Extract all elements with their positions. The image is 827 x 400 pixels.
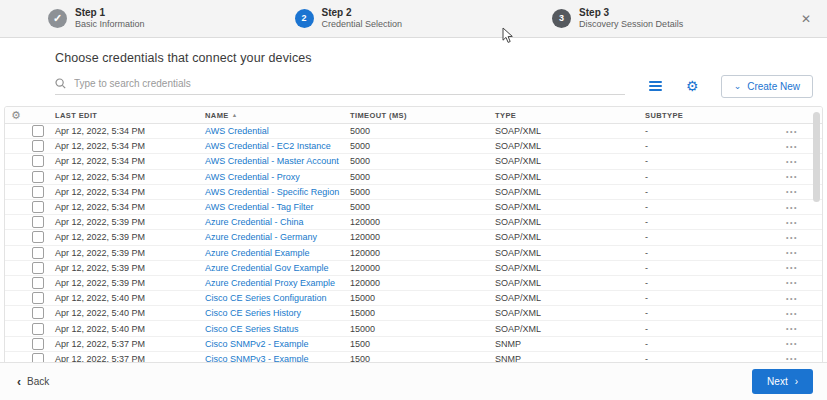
row-actions-icon[interactable]: •••: [776, 204, 822, 211]
step-1-label: Step 1: [75, 7, 145, 19]
row-checkbox[interactable]: [32, 307, 44, 319]
column-header-subtype[interactable]: SUBTYPE: [639, 111, 776, 120]
type-cell: SOAP/XML: [489, 126, 639, 136]
table-row: Apr 12, 2022, 5:34 PM AWS Credential - S…: [5, 185, 822, 200]
step-2-label: Step 2: [322, 7, 403, 19]
credential-name-link[interactable]: AWS Credential - EC2 Instance: [205, 141, 331, 151]
credential-name-link[interactable]: Azure Credential Example: [205, 248, 310, 258]
row-checkbox[interactable]: [32, 216, 44, 228]
table-header-row: ⚙ LAST EDIT NAME ▲ TIMEOUT (MS) TYPE SUB…: [5, 107, 822, 124]
row-actions-icon[interactable]: •••: [776, 310, 822, 317]
timeout-cell: 5000: [344, 141, 489, 151]
credential-name-link[interactable]: Azure Credential Gov Example: [205, 263, 329, 273]
row-checkbox[interactable]: [32, 277, 44, 289]
type-cell: SOAP/XML: [489, 308, 639, 318]
row-checkbox[interactable]: [32, 140, 44, 152]
row-actions-icon[interactable]: •••: [776, 279, 822, 286]
subtype-cell: -: [639, 248, 776, 258]
timeout-cell: 5000: [344, 202, 489, 212]
search-box: [55, 78, 625, 95]
table-row: Apr 12, 2022, 5:34 PM AWS Credential - M…: [5, 154, 822, 169]
next-button[interactable]: Next ›: [752, 369, 813, 394]
chevron-down-icon: ⌄: [734, 82, 742, 91]
row-actions-icon[interactable]: •••: [776, 340, 822, 347]
credential-name-link[interactable]: Cisco SNMPv2 - Example: [205, 339, 309, 349]
step-3-discovery-session-details[interactable]: 3 Step 3 Discovery Session Details: [552, 7, 683, 30]
row-checkbox[interactable]: [32, 186, 44, 198]
row-actions-icon[interactable]: •••: [776, 234, 822, 241]
subtype-cell: -: [639, 156, 776, 166]
credential-name-link[interactable]: AWS Credential: [205, 126, 269, 136]
credential-name-link[interactable]: Cisco CE Series History: [205, 308, 301, 318]
table-row: Apr 12, 2022, 5:39 PM Azure Credential -…: [5, 230, 822, 245]
step-1-basic-information[interactable]: ✓ Step 1 Basic Information: [48, 7, 145, 30]
table-row: Apr 12, 2022, 5:37 PM Cisco SNMPv2 - Exa…: [5, 337, 822, 352]
subtype-cell: -: [639, 172, 776, 182]
row-checkbox[interactable]: [32, 247, 44, 259]
credential-name-link[interactable]: Azure Credential - China: [205, 217, 304, 227]
create-new-button[interactable]: ⌄ Create New: [721, 75, 813, 98]
row-actions-icon[interactable]: •••: [776, 295, 822, 302]
column-header-last-edit[interactable]: LAST EDIT: [49, 111, 199, 120]
last-edit-cell: Apr 12, 2022, 5:39 PM: [49, 232, 199, 242]
credential-name-link[interactable]: AWS Credential - Tag Filter: [205, 202, 314, 212]
credential-name-link[interactable]: Cisco CE Series Status: [205, 324, 299, 334]
row-checkbox[interactable]: [32, 171, 44, 183]
back-button[interactable]: ‹ Back: [17, 376, 49, 388]
timeout-cell: 5000: [344, 126, 489, 136]
credential-name-link[interactable]: AWS Credential - Master Account: [205, 156, 339, 166]
timeout-cell: 120000: [344, 263, 489, 273]
wizard-footer: ‹ Back Next ›: [0, 362, 827, 400]
list-view-icon[interactable]: [647, 79, 664, 93]
search-input[interactable]: [74, 78, 625, 89]
row-checkbox[interactable]: [32, 338, 44, 350]
timeout-cell: 15000: [344, 293, 489, 303]
table-row: Apr 12, 2022, 5:39 PM Azure Credential P…: [5, 276, 822, 291]
row-checkbox[interactable]: [32, 125, 44, 137]
row-checkbox[interactable]: [32, 201, 44, 213]
credential-name-link[interactable]: Azure Credential - Germany: [205, 232, 317, 242]
chevron-left-icon: ‹: [17, 376, 21, 388]
row-checkbox[interactable]: [32, 323, 44, 335]
credential-name-link[interactable]: AWS Credential - Proxy: [205, 172, 300, 182]
credential-name-link[interactable]: AWS Credential - Specific Region: [205, 187, 339, 197]
timeout-cell: 5000: [344, 187, 489, 197]
table-row: Apr 12, 2022, 5:34 PM AWS Credential 500…: [5, 124, 822, 139]
last-edit-cell: Apr 12, 2022, 5:34 PM: [49, 156, 199, 166]
vertical-scrollbar[interactable]: [813, 112, 820, 202]
row-checkbox[interactable]: [32, 262, 44, 274]
type-cell: SOAP/XML: [489, 217, 639, 227]
table-row: Apr 12, 2022, 5:40 PM Cisco CE Series St…: [5, 321, 822, 336]
column-header-name[interactable]: NAME ▲: [199, 111, 344, 120]
column-header-type[interactable]: TYPE: [489, 111, 639, 120]
table-row: Apr 12, 2022, 5:40 PM Cisco CE Series Hi…: [5, 306, 822, 321]
credential-name-link[interactable]: Azure Credential Proxy Example: [205, 278, 335, 288]
row-checkbox[interactable]: [32, 231, 44, 243]
type-cell: SOAP/XML: [489, 263, 639, 273]
step-2-credential-selection[interactable]: 2 Step 2 Credential Selection: [295, 7, 403, 30]
subtype-cell: -: [639, 187, 776, 197]
credential-name-link[interactable]: Cisco CE Series Configuration: [205, 293, 327, 303]
row-actions-icon[interactable]: •••: [776, 264, 822, 271]
settings-gear-icon[interactable]: ⚙: [686, 79, 699, 93]
row-actions-icon[interactable]: •••: [776, 325, 822, 332]
table-row: Apr 12, 2022, 5:34 PM AWS Credential - T…: [5, 200, 822, 215]
timeout-cell: 5000: [344, 156, 489, 166]
subtype-cell: -: [639, 324, 776, 334]
column-header-timeout[interactable]: TIMEOUT (MS): [344, 111, 489, 120]
table-row: Apr 12, 2022, 5:39 PM Azure Credential -…: [5, 215, 822, 230]
row-checkbox[interactable]: [32, 292, 44, 304]
row-checkbox[interactable]: [32, 155, 44, 167]
subtype-cell: -: [639, 293, 776, 303]
wizard-stepper: ✓ Step 1 Basic Information 2 Step 2 Cred…: [0, 0, 827, 38]
subtype-cell: -: [639, 263, 776, 273]
row-actions-icon[interactable]: •••: [776, 219, 822, 226]
row-actions-icon[interactable]: •••: [776, 249, 822, 256]
last-edit-cell: Apr 12, 2022, 5:34 PM: [49, 187, 199, 197]
type-cell: SOAP/XML: [489, 202, 639, 212]
sort-ascending-icon: ▲: [232, 112, 238, 118]
close-icon[interactable]: ✕: [801, 13, 811, 25]
type-cell: SOAP/XML: [489, 141, 639, 151]
column-settings-gear-icon[interactable]: ⚙: [5, 109, 27, 122]
last-edit-cell: Apr 12, 2022, 5:40 PM: [49, 293, 199, 303]
